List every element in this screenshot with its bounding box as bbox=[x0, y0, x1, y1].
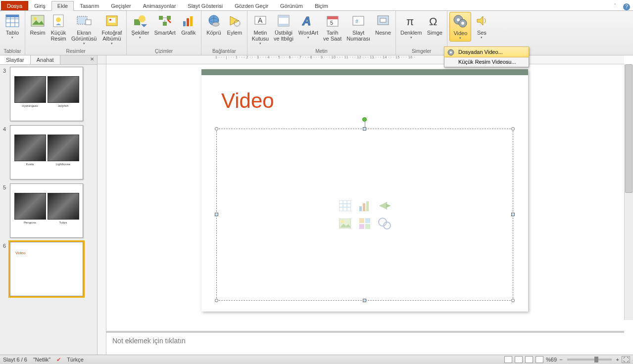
tab-animations[interactable]: Animasyonlar bbox=[137, 1, 182, 10]
equation-button[interactable]: πDenklem bbox=[398, 12, 424, 41]
tab-home[interactable]: Giriş bbox=[28, 1, 51, 10]
textbox-button[interactable]: AMetin Kutusu bbox=[249, 12, 271, 46]
zoom-in-button[interactable]: + bbox=[616, 357, 619, 363]
headerfooter-button[interactable]: Üstbilgi ve ltbilgi bbox=[271, 12, 296, 43]
fit-window-button[interactable]: ⛶ bbox=[622, 356, 630, 363]
wordart-button[interactable]: AWordArt bbox=[296, 12, 321, 41]
picture-icon bbox=[30, 13, 46, 29]
symbol-icon: Ω bbox=[427, 13, 442, 29]
svg-text:A: A bbox=[258, 16, 263, 24]
ribbon-insert: Tablo Tablolar Resim Küçük Resim Ekran G… bbox=[0, 11, 633, 55]
object-button[interactable]: Nesne bbox=[373, 12, 393, 37]
insert-clipart-icon[interactable] bbox=[356, 216, 373, 231]
placeholder-content-icons bbox=[337, 198, 393, 231]
video-button[interactable]: Video bbox=[449, 12, 471, 42]
tab-transitions[interactable]: Geçişler bbox=[105, 1, 137, 10]
insert-smartart-icon[interactable] bbox=[376, 198, 393, 213]
resize-handle[interactable] bbox=[215, 299, 218, 302]
sorter-view-button[interactable] bbox=[515, 356, 523, 363]
svg-text:A: A bbox=[302, 14, 311, 27]
tab-format[interactable]: Biçim bbox=[309, 1, 334, 10]
svg-point-24 bbox=[212, 22, 219, 26]
slidenumber-icon: # bbox=[350, 13, 366, 29]
tab-view[interactable]: Görünüm bbox=[274, 1, 309, 10]
clipart-icon bbox=[50, 13, 66, 29]
svg-rect-60 bbox=[365, 224, 370, 229]
tab-design[interactable]: Tasarım bbox=[74, 1, 105, 10]
svg-rect-17 bbox=[159, 16, 163, 20]
tab-insert[interactable]: Ekle bbox=[51, 1, 74, 11]
hyperlink-button[interactable]: Köprü bbox=[203, 12, 224, 37]
content-placeholder[interactable] bbox=[216, 129, 513, 301]
shapes-button[interactable]: Şekiller bbox=[129, 12, 151, 41]
resize-handle[interactable] bbox=[215, 213, 218, 216]
screenshot-button[interactable]: Ekran Görüntüsü bbox=[69, 12, 99, 46]
slide-panel: Slaytlar Anahat ✕ 3 HydrangeasJellyfish … bbox=[0, 55, 97, 355]
notes-pane[interactable]: Not eklemek için tıklatın bbox=[106, 331, 624, 355]
svg-point-9 bbox=[56, 17, 61, 22]
resize-handle[interactable] bbox=[511, 299, 515, 302]
resize-handle[interactable] bbox=[363, 299, 366, 302]
video-clipart-item[interactable]: Küçük Resim Videosu... bbox=[444, 57, 529, 67]
slide-thumb-4[interactable]: 4 KoalaLighthouse bbox=[3, 125, 94, 180]
tab-file[interactable]: Dosya bbox=[1, 1, 28, 10]
chart-button[interactable]: Grafik bbox=[178, 12, 199, 37]
group-symbols-label: Simgeler bbox=[398, 48, 445, 55]
minimize-ribbon-icon[interactable]: ˆ bbox=[614, 3, 621, 10]
slides-tab[interactable]: Slaytlar bbox=[0, 55, 31, 64]
smartart-button[interactable]: SmartArt bbox=[151, 12, 178, 37]
clipart-button[interactable]: Küçük Resim bbox=[48, 12, 69, 43]
resize-handle[interactable] bbox=[215, 127, 218, 131]
group-images-label: Resimler bbox=[27, 48, 124, 55]
action-button[interactable]: Eylem bbox=[224, 12, 245, 37]
vertical-scrollbar[interactable] bbox=[624, 64, 633, 320]
status-language[interactable]: Türkçe bbox=[67, 357, 84, 363]
resize-handle[interactable] bbox=[511, 213, 515, 216]
audio-button[interactable]: Ses bbox=[471, 12, 492, 41]
close-panel-icon[interactable]: ✕ bbox=[87, 55, 97, 64]
headerfooter-icon bbox=[276, 13, 292, 29]
svg-rect-33 bbox=[327, 16, 338, 19]
resize-handle[interactable] bbox=[363, 127, 366, 131]
help-icon[interactable]: ? bbox=[623, 3, 630, 10]
datetime-icon: 5 bbox=[325, 13, 341, 29]
svg-point-56 bbox=[341, 220, 344, 223]
slide-thumb-6[interactable]: 6 Video bbox=[3, 242, 94, 296]
group-illustrations-label: Çizimler bbox=[129, 48, 198, 55]
group-tables-label: Tablolar bbox=[2, 48, 23, 55]
symbol-button[interactable]: ΩSimge bbox=[424, 12, 445, 37]
tab-slideshow[interactable]: Slayt Gösterisi bbox=[182, 1, 229, 10]
slideshow-view-button[interactable] bbox=[536, 356, 543, 363]
outline-tab[interactable]: Anahat bbox=[31, 55, 60, 64]
picture-button[interactable]: Resim bbox=[27, 12, 48, 37]
resize-handle[interactable] bbox=[511, 127, 515, 131]
zoom-out-button[interactable]: − bbox=[559, 357, 562, 363]
insert-media-icon[interactable] bbox=[376, 216, 393, 231]
svg-rect-30 bbox=[278, 24, 289, 26]
slide-thumb-3[interactable]: 3 HydrangeasJellyfish bbox=[3, 67, 94, 121]
spellcheck-icon[interactable]: ✔ bbox=[56, 357, 61, 363]
normal-view-button[interactable] bbox=[504, 356, 512, 363]
table-button[interactable]: Tablo bbox=[2, 12, 23, 41]
slidenumber-button[interactable]: #Slayt Numarası bbox=[344, 12, 373, 43]
insert-table-icon[interactable] bbox=[337, 198, 353, 213]
slide-title[interactable]: Video bbox=[201, 75, 528, 113]
datetime-button[interactable]: 5Tarih ve Saat bbox=[321, 12, 344, 43]
svg-text:Ω: Ω bbox=[429, 15, 437, 27]
horizontal-ruler: 1 · · · | · · · 1 · · · 2 · · · 3 · · · … bbox=[106, 55, 624, 64]
zoom-level[interactable]: %69 bbox=[546, 357, 557, 363]
reading-view-button[interactable] bbox=[525, 356, 533, 363]
textbox-icon: A bbox=[252, 13, 268, 29]
insert-chart-icon[interactable] bbox=[356, 198, 373, 213]
zoom-slider[interactable] bbox=[567, 359, 612, 361]
slide-thumb-5[interactable]: 5 PenguinsTulips bbox=[3, 183, 94, 238]
tab-review[interactable]: Gözden Geçir bbox=[229, 1, 274, 10]
slide-editor[interactable]: Video bbox=[201, 69, 528, 312]
equation-icon: π bbox=[403, 13, 419, 29]
rotate-handle[interactable] bbox=[362, 117, 367, 122]
photoalbum-button[interactable]: Fotoğraf Albümü bbox=[99, 12, 124, 46]
scrollbar-thumb[interactable] bbox=[625, 64, 633, 193]
video-from-file-item[interactable]: Dosyadan Video... bbox=[444, 46, 529, 57]
insert-picture-icon[interactable] bbox=[337, 216, 353, 231]
status-bar: Slayt 6 / 6 "Netlik" ✔ Türkçe %69 − + ⛶ bbox=[0, 355, 633, 364]
